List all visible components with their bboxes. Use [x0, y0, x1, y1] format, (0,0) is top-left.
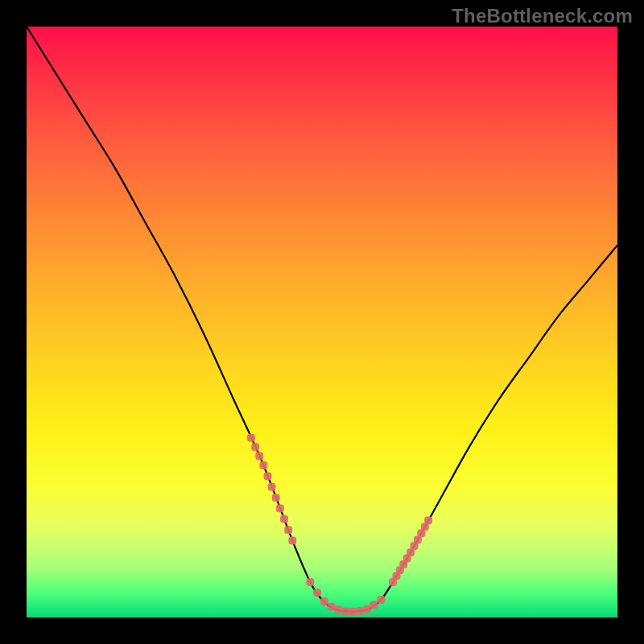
highlight-dot: [259, 461, 267, 469]
highlight-dot: [247, 434, 255, 442]
highlight-dot: [335, 605, 343, 613]
highlight-dot: [370, 601, 378, 609]
highlight-dot: [363, 605, 371, 613]
highlight-dot: [280, 515, 288, 523]
highlight-dot: [251, 443, 259, 451]
plot-area: [27, 27, 617, 617]
highlight-dot: [349, 608, 357, 616]
curve-svg: [27, 27, 617, 617]
highlight-dot: [424, 517, 432, 525]
highlight-dot: [288, 537, 296, 545]
highlight-dot: [320, 597, 328, 605]
highlight-dot: [284, 526, 292, 534]
highlight-dot: [377, 596, 385, 604]
highlight-dot: [313, 588, 321, 597]
highlight-dot: [272, 493, 280, 502]
highlight-dot: [268, 483, 276, 491]
highlight-dots: [247, 434, 432, 616]
chart-frame: TheBottleneck.com: [0, 0, 644, 644]
highlight-dot: [356, 607, 364, 615]
highlight-dot: [328, 603, 336, 611]
highlight-dot: [276, 505, 284, 513]
highlight-dot: [255, 452, 263, 460]
watermark-label: TheBottleneck.com: [452, 5, 633, 27]
highlight-dot: [306, 578, 314, 586]
highlight-dot: [263, 472, 271, 480]
bottleneck-curve-path: [27, 27, 617, 612]
highlight-dot: [341, 608, 349, 616]
